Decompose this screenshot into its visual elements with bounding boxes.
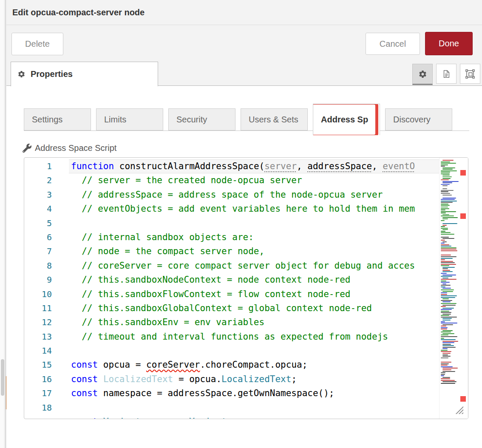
- editor-tab-icons: [412, 64, 480, 85]
- section-label-row: Address Space Script: [23, 143, 482, 153]
- tab-users-sets[interactable]: Users & Sets: [241, 108, 308, 130]
- code-line-13[interactable]: 13 // timeout and interval functions as …: [24, 330, 468, 344]
- line-number: 17: [24, 386, 52, 400]
- properties-panel: SettingsLimitsSecurityUsers & SetsAddres…: [6, 108, 482, 419]
- line-number: 2: [24, 173, 52, 187]
- properties-icon-button[interactable]: [412, 64, 433, 85]
- error-marker: [460, 170, 466, 176]
- form-tabs: SettingsLimitsSecurityUsers & SetsAddres…: [24, 108, 469, 131]
- appearance-icon: [465, 69, 475, 79]
- code-lines: 1function constructAlarmAddressSpace(ser…: [24, 158, 468, 419]
- line-number: 11: [24, 301, 52, 315]
- code-editor[interactable]: 1function constructAlarmAddressSpace(ser…: [24, 157, 468, 419]
- line-number: 3: [24, 188, 52, 202]
- code-line-4[interactable]: 4 // eventObjects = add event variables …: [24, 202, 468, 216]
- line-number: 8: [24, 259, 52, 273]
- tab-discovery[interactable]: Discovery: [385, 108, 452, 130]
- appearance-icon-button[interactable]: [460, 64, 480, 84]
- edit-node-tray: Edit opcua-compact-server node Delete Ca…: [6, 0, 482, 448]
- error-marker: [460, 213, 466, 219]
- tab-settings[interactable]: Settings: [24, 108, 91, 130]
- code-line-14[interactable]: 14: [24, 344, 468, 358]
- resize-grip-icon[interactable]: [454, 405, 463, 414]
- code-line-2[interactable]: 2 // server = the created node-opcua ser…: [24, 173, 468, 187]
- gear-icon: [17, 70, 26, 78]
- code-line-15[interactable]: 15const opcua = coreServer.choreCompact.…: [24, 358, 468, 372]
- page-scrollbar-track[interactable]: [0, 0, 5, 448]
- tab-properties[interactable]: Properties: [11, 62, 158, 86]
- tab-label: Limits: [104, 115, 126, 125]
- code-line-16[interactable]: 16const LocalizedText = opcua.LocalizedT…: [24, 372, 468, 386]
- tab-label: Settings: [32, 115, 62, 125]
- document-icon: [442, 69, 451, 79]
- tab-security[interactable]: Security: [168, 108, 235, 130]
- line-number: 13: [24, 330, 52, 344]
- error-marker: [460, 396, 466, 402]
- line-number: 7: [24, 244, 52, 258]
- line-number: 6: [24, 230, 52, 244]
- code-line-10[interactable]: 10 // this.sandboxFlowContext = flow con…: [24, 287, 468, 301]
- line-number: 1: [24, 159, 52, 173]
- line-number: 19: [24, 415, 52, 419]
- tray-header: Edit opcua-compact-server node: [6, 0, 482, 25]
- wrench-icon: [23, 144, 31, 153]
- dialog-title: Edit opcua-compact-server node: [6, 8, 145, 17]
- properties-tab-label: Properties: [31, 69, 73, 79]
- tab-label: Discovery: [393, 115, 431, 125]
- page-scrollbar-thumb[interactable]: [1, 359, 4, 396]
- line-number: 10: [24, 287, 52, 301]
- line-number: 16: [24, 372, 52, 386]
- code-line-19[interactable]: 19const Variant = opcua.Variant;: [24, 415, 468, 419]
- tab-limits[interactable]: Limits: [96, 108, 163, 130]
- minimap[interactable]: [439, 158, 468, 419]
- done-button[interactable]: Done: [425, 32, 473, 55]
- tray-toolbar: Delete Cancel Done: [6, 25, 482, 62]
- code-line-1[interactable]: 1function constructAlarmAddressSpace(ser…: [24, 159, 468, 173]
- code-line-6[interactable]: 6 // internal sandbox objects are:: [24, 230, 468, 244]
- code-line-7[interactable]: 7 // node = the compact server node,: [24, 244, 468, 258]
- tab-address-sp[interactable]: Address Sp: [313, 104, 380, 135]
- tab-label: Security: [176, 115, 207, 125]
- section-label: Address Space Script: [35, 143, 116, 153]
- code-line-8[interactable]: 8 // coreServer = core compact server ob…: [24, 259, 468, 273]
- node-red-edit-tray: Edit opcua-compact-server node Delete Ca…: [0, 0, 482, 448]
- code-line-9[interactable]: 9 // this.sandboxNodeContext = node cont…: [24, 273, 468, 287]
- cancel-button[interactable]: Cancel: [366, 33, 420, 55]
- line-number: 14: [24, 344, 52, 358]
- code-line-3[interactable]: 3 // addressSpace = address space of the…: [24, 188, 468, 202]
- minimap-code: [441, 160, 459, 389]
- code-line-18[interactable]: 18: [24, 401, 468, 415]
- code-line-11[interactable]: 11 // this.sandboxGlobalContext = global…: [24, 301, 468, 315]
- tab-label: Address Sp: [321, 115, 368, 125]
- line-number: 15: [24, 358, 52, 372]
- line-number: 18: [24, 401, 52, 415]
- line-number: 9: [24, 273, 52, 287]
- line-number: 12: [24, 315, 52, 329]
- code-line-12[interactable]: 12 // this.sandboxEnv = env variables: [24, 315, 468, 329]
- tab-label: Users & Sets: [249, 115, 298, 125]
- description-icon-button[interactable]: [436, 64, 456, 84]
- editor-tab-bar: Properties: [6, 62, 482, 86]
- code-line-17[interactable]: 17const namespace = addressSpace.getOwnN…: [24, 386, 468, 400]
- line-number: 5: [24, 216, 52, 230]
- delete-button[interactable]: Delete: [11, 33, 63, 55]
- code-line-5[interactable]: 5: [24, 216, 468, 230]
- gear-icon: [418, 70, 427, 79]
- line-number: 4: [24, 202, 52, 216]
